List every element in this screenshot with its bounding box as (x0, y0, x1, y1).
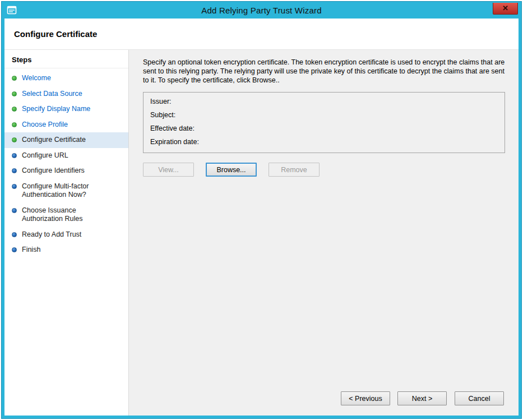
cert-field-value (205, 124, 498, 133)
sidebar-item-finish: Finish (4, 242, 128, 258)
completed-step-icon (12, 107, 17, 112)
remove-button: Remove (269, 163, 320, 177)
cert-field-label: Expiration date: (150, 138, 201, 146)
step-label: Configure Identifiers (22, 167, 85, 176)
cert-field-value (205, 98, 498, 106)
wizard-window: Add Relying Party Trust Wizard ✕ Configu… (1, 1, 522, 419)
pending-step-icon (12, 153, 17, 158)
pending-step-icon (12, 184, 17, 189)
cert-field-label: Issuer: (150, 98, 201, 106)
step-label: Configure URL (22, 151, 68, 160)
view-button: View... (143, 163, 194, 177)
steps-list: WelcomeSelect Data SourceSpecify Display… (4, 71, 128, 258)
sidebar-item-configure-identifiers: Configure Identifiers (4, 163, 128, 179)
sidebar-item-select-data-source[interactable]: Select Data Source (4, 86, 128, 102)
window-title: Add Relying Party Trust Wizard (2, 6, 521, 15)
cancel-button[interactable]: Cancel (455, 391, 504, 405)
pending-step-icon (12, 168, 17, 173)
step-label: Specify Display Name (22, 105, 90, 114)
description-text: Specify an optional token encryption cer… (143, 58, 506, 85)
sidebar-item-configure-multi-factor-authentication-now: Configure Multi-factor Authentication No… (4, 179, 128, 203)
completed-step-icon (12, 122, 17, 127)
completed-step-icon (12, 76, 17, 81)
titlebar[interactable]: Add Relying Party Trust Wizard ✕ (2, 2, 521, 19)
wizard-navigation: < Previous Next > Cancel (143, 391, 506, 409)
sidebar-item-choose-profile[interactable]: Choose Profile (4, 117, 128, 133)
sidebar-item-specify-display-name[interactable]: Specify Display Name (4, 101, 128, 117)
pending-step-icon (12, 208, 17, 213)
certificate-info-box: Issuer:Subject:Effective date:Expiration… (143, 92, 505, 153)
pending-step-icon (12, 247, 17, 252)
pending-step-icon (12, 232, 17, 237)
content-area: Steps WelcomeSelect Data SourceSpecify D… (4, 50, 519, 416)
close-button[interactable]: ✕ (493, 3, 518, 15)
steps-sidebar: Steps WelcomeSelect Data SourceSpecify D… (4, 50, 129, 416)
sidebar-item-configure-certificate: Configure Certificate (4, 132, 128, 148)
sidebar-item-welcome[interactable]: Welcome (4, 71, 128, 86)
cert-field-issuer: Issuer: (150, 98, 498, 106)
previous-button[interactable]: < Previous (341, 391, 390, 405)
cert-field-effective-date: Effective date: (150, 124, 498, 133)
close-icon: ✕ (502, 4, 508, 12)
wizard-body: Configure Certificate Steps WelcomeSelec… (4, 19, 519, 416)
cert-field-subject: Subject: (150, 111, 498, 119)
cert-field-value (205, 111, 498, 119)
sidebar-item-choose-issuance-authorization-rules: Choose Issuance Authorization Rules (4, 203, 128, 227)
browse-button[interactable]: Browse... (206, 163, 257, 177)
next-button[interactable]: Next > (397, 391, 447, 405)
step-label: Welcome (22, 74, 51, 83)
steps-heading: Steps (4, 54, 128, 68)
main-panel: Specify an optional token encryption cer… (129, 50, 519, 416)
step-label: Configure Multi-factor Authentication No… (22, 182, 116, 200)
cert-field-value (205, 138, 498, 146)
page-title: Configure Certificate (4, 19, 519, 50)
sidebar-item-ready-to-add-trust: Ready to Add Trust (4, 227, 128, 243)
cert-field-label: Effective date: (150, 124, 201, 133)
cert-field-label: Subject: (150, 111, 201, 119)
completed-step-icon (12, 137, 17, 142)
step-label: Choose Issuance Authorization Rules (22, 206, 116, 224)
step-label: Select Data Source (22, 90, 82, 99)
step-label: Choose Profile (22, 121, 68, 130)
spacer (143, 177, 506, 391)
cert-field-expiration-date: Expiration date: (150, 138, 498, 146)
completed-step-icon (12, 91, 17, 96)
step-label: Configure Certificate (22, 136, 86, 145)
step-label: Finish (22, 246, 40, 255)
step-label: Ready to Add Trust (22, 230, 81, 239)
certificate-actions: View... Browse... Remove (143, 163, 506, 177)
sidebar-item-configure-url: Configure URL (4, 148, 128, 164)
